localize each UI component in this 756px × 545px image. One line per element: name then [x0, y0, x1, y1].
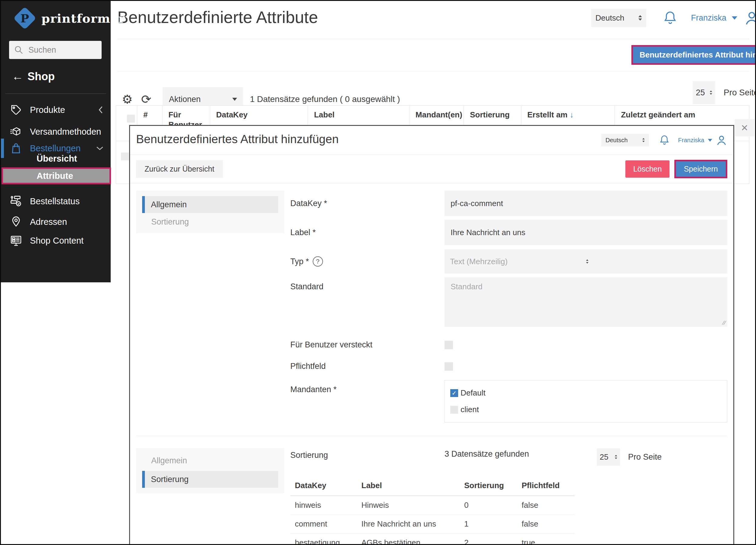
datakey-label: DataKey *	[290, 199, 445, 208]
column-header[interactable]: Sortierung	[464, 106, 521, 124]
sidebar-item-adressen[interactable]: Adressen	[1, 213, 111, 231]
column-header[interactable]: #	[137, 106, 162, 124]
chevron-left-icon	[97, 105, 104, 114]
user-name[interactable]: Franziska	[678, 137, 704, 144]
section-divider	[136, 436, 727, 436]
sidebar: P printformer ← Shop Produkte	[1, 1, 111, 282]
sortierung-table: DataKey Label Sortierung Pflichtfeld hin…	[290, 481, 575, 545]
tab-allgemein-active[interactable]: Allgemein	[142, 196, 278, 213]
user-menu-caret-icon[interactable]	[708, 139, 712, 142]
order-status-icon	[10, 195, 22, 207]
sidebar-item-shop-content[interactable]: Shop Content	[1, 231, 111, 250]
search-input[interactable]	[28, 45, 97, 55]
sidebar-item-bestellstatus[interactable]: Bestellstatus	[1, 192, 111, 210]
language-select[interactable]: Deutsch	[601, 134, 649, 146]
tab-sortierung[interactable]: Sortierung	[136, 213, 284, 228]
sidebar-item-produkte[interactable]: Produkte	[1, 101, 111, 119]
typ-select[interactable]: Text (Mehrzeilig)	[445, 249, 727, 274]
unchecked-checkbox[interactable]	[450, 406, 458, 414]
column-header[interactable]: Für Benutzer	[162, 106, 210, 124]
search-icon	[14, 45, 24, 55]
row-checkbox[interactable]	[121, 152, 129, 160]
save-button[interactable]: Speichern	[676, 161, 726, 177]
add-attribute-modal: Benutzerdefiniertes Attribut hinzufügen …	[129, 125, 734, 545]
table-row[interactable]: hinweis Hinweis 0 false	[290, 496, 575, 515]
checked-checkbox[interactable]: ✓	[450, 389, 458, 397]
tab-sortierung-active[interactable]: Sortierung	[142, 471, 278, 488]
header-controls: Deutsch Franziska	[591, 9, 756, 27]
standard-label: Standard	[290, 277, 445, 292]
sort-desc-icon: ↓	[570, 110, 574, 119]
modal-nav-sortierung: Allgemein Sortierung	[136, 448, 284, 493]
label-label: Label *	[290, 228, 445, 237]
close-icon: ✕	[741, 122, 748, 133]
table-row[interactable]: comment Ihre Nachricht an uns 1 false	[290, 515, 575, 534]
per-page-select[interactable]: 25	[693, 81, 715, 104]
app-window: P printformer ← Shop Produkte	[0, 0, 756, 545]
sidebar-item-attribute[interactable]: Attribute	[2, 167, 111, 184]
label-input[interactable]	[445, 220, 727, 245]
user-menu-caret-icon[interactable]	[732, 16, 737, 20]
user-avatar-icon[interactable]	[716, 134, 727, 146]
column-header-sorted[interactable]: Erstellt am ↓	[521, 106, 615, 124]
per-page-select[interactable]: 25	[597, 448, 620, 466]
column-header[interactable]: Pflichtfeld	[517, 481, 575, 496]
modal-header: Benutzerdefiniertes Attribut hinzufügen …	[130, 126, 733, 155]
standard-textarea[interactable]	[445, 277, 727, 327]
per-page-control: 25 Pro Seite	[693, 81, 756, 104]
tag-icon	[10, 104, 22, 116]
language-select[interactable]: Deutsch	[591, 9, 646, 27]
mandant-option-client[interactable]: client	[450, 405, 722, 414]
printformer-logo-icon: P	[13, 7, 36, 30]
back-to-shop-link[interactable]: ← Shop	[12, 70, 55, 83]
column-header[interactable]: Zuletzt geändert am	[614, 106, 749, 124]
active-indicator-bar	[1, 139, 4, 158]
column-header[interactable]: DataKey	[210, 106, 308, 124]
modal-header-controls: Deutsch Franziska	[601, 134, 727, 146]
user-name[interactable]: Franziska	[691, 13, 726, 23]
sidebar-item-versandmethoden[interactable]: Versandmethoden	[1, 122, 111, 141]
help-icon[interactable]: ?	[313, 256, 323, 266]
required-field-checkbox[interactable]	[445, 362, 453, 371]
typ-label: Typ * ?	[290, 256, 445, 266]
table-header-row: DataKey Label Sortierung Pflichtfeld	[290, 481, 575, 496]
back-to-overview-button[interactable]: Zurück zur Übersicht	[136, 160, 223, 178]
sidebar-search[interactable]	[9, 41, 102, 59]
arrow-left-icon: ←	[12, 70, 23, 83]
sidebar-divider	[5, 93, 106, 94]
mandant-option-default[interactable]: ✓ Default	[450, 388, 722, 398]
mandanten-group: ✓ Default client	[445, 380, 727, 423]
required-field-label: Pflichtfeld	[290, 362, 445, 371]
add-attribute-button[interactable]: Benutzerdefiniertes Attribut hinzufügen	[633, 47, 756, 63]
allgemein-section: Allgemein Sortierung DataKey * Label * T	[136, 191, 727, 423]
logo-text: printformer	[41, 11, 125, 25]
check-icon: ✓	[452, 390, 457, 397]
user-avatar-icon[interactable]	[744, 10, 756, 26]
toolbar-divider	[117, 71, 749, 71]
refresh-icon[interactable]: ⟳	[141, 93, 152, 105]
sidebar-item-uebersicht[interactable]: Übersicht	[37, 154, 77, 164]
shopping-bag-icon	[10, 142, 22, 154]
column-header[interactable]: DataKey	[290, 481, 357, 496]
modal-title: Benutzerdefiniertes Attribut hinzufügen	[136, 132, 339, 146]
settings-gear-icon[interactable]: ⚙	[122, 93, 133, 105]
column-header[interactable]: Label	[357, 481, 460, 496]
select-all-checkbox[interactable]	[127, 115, 135, 122]
column-header[interactable]: Mandant(en)	[409, 106, 464, 124]
column-header[interactable]: Sortierung	[460, 481, 517, 496]
notification-bell-icon[interactable]	[659, 134, 670, 146]
shop-content-icon	[10, 234, 22, 246]
delete-button[interactable]: Löschen	[625, 160, 670, 178]
printformer-logo[interactable]: P printformer	[17, 10, 125, 26]
updown-icon	[710, 90, 712, 95]
clear-filters-button[interactable]: ✕	[735, 119, 754, 136]
modal-action-bar: Zurück zur Übersicht Löschen Speichern	[130, 155, 733, 183]
column-header[interactable]: Label	[308, 106, 409, 124]
updown-icon	[586, 259, 722, 263]
hidden-for-users-checkbox[interactable]	[445, 341, 453, 349]
tab-allgemein[interactable]: Allgemein	[136, 454, 284, 467]
datakey-input[interactable]	[445, 191, 727, 216]
per-page-label: Pro Seite	[724, 88, 756, 97]
notification-bell-icon[interactable]	[663, 10, 677, 25]
table-row[interactable]: bestaetigung AGBs bestätigen 2 true	[290, 534, 575, 545]
